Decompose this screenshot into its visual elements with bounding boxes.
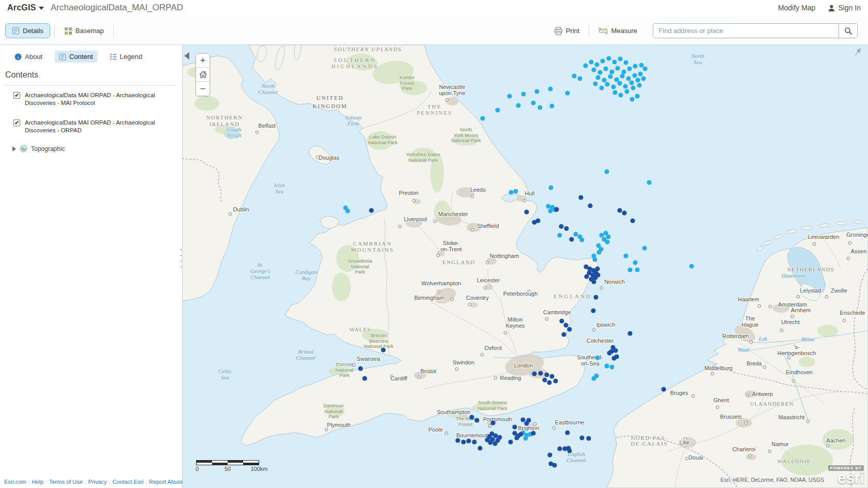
search-input[interactable] xyxy=(653,24,839,38)
orpad-point[interactable] xyxy=(559,318,564,323)
mai-point[interactable] xyxy=(615,66,620,70)
mai-point[interactable] xyxy=(345,208,350,213)
orpad-point[interactable] xyxy=(538,371,543,375)
mai-point[interactable] xyxy=(605,239,609,244)
mai-point[interactable] xyxy=(521,91,526,96)
layer-checkbox[interactable]: ✔ xyxy=(13,119,20,126)
open-arrow-icon[interactable] xyxy=(852,47,862,58)
zoom-in-button[interactable]: + xyxy=(196,54,209,68)
tab-about[interactable]: i About xyxy=(10,51,47,63)
mai-point[interactable] xyxy=(548,208,552,213)
mai-point[interactable] xyxy=(507,94,512,98)
mai-point[interactable] xyxy=(633,64,637,68)
orpad-point[interactable] xyxy=(524,209,529,214)
orpad-point[interactable] xyxy=(595,266,600,271)
orpad-point[interactable] xyxy=(474,418,479,422)
mai-point[interactable] xyxy=(612,59,617,64)
basemap-layer-row[interactable]: Topographic xyxy=(12,145,65,152)
mai-point[interactable] xyxy=(595,75,600,80)
mai-point[interactable] xyxy=(639,63,643,67)
mai-point[interactable] xyxy=(603,66,608,71)
orpad-point[interactable] xyxy=(584,274,589,279)
mai-point[interactable] xyxy=(606,56,611,60)
mai-point[interactable] xyxy=(602,78,606,82)
orpad-point[interactable] xyxy=(595,272,600,277)
orpad-point[interactable] xyxy=(552,463,557,467)
mai-point[interactable] xyxy=(600,58,605,63)
mai-point[interactable] xyxy=(635,78,640,82)
orpad-point[interactable] xyxy=(532,371,536,376)
mai-point[interactable] xyxy=(689,264,694,268)
mai-point[interactable] xyxy=(630,97,634,101)
footer-link[interactable]: Report Abuse xyxy=(149,479,184,485)
mai-point[interactable] xyxy=(495,108,500,112)
orpad-point[interactable] xyxy=(661,387,666,391)
mai-point[interactable] xyxy=(632,73,637,78)
orpad-point[interactable] xyxy=(567,448,572,453)
mai-point[interactable] xyxy=(627,66,632,71)
orpad-point[interactable] xyxy=(547,452,552,457)
mai-point[interactable] xyxy=(608,74,612,79)
mai-point[interactable] xyxy=(633,260,637,265)
orpad-point[interactable] xyxy=(531,431,535,435)
print-button[interactable]: Print xyxy=(549,23,585,38)
orpad-point[interactable] xyxy=(544,372,549,377)
orpad-point[interactable] xyxy=(586,436,591,440)
mai-point[interactable] xyxy=(623,84,627,88)
mai-point[interactable] xyxy=(604,363,609,368)
mai-point[interactable] xyxy=(627,267,632,272)
mai-point[interactable] xyxy=(513,189,518,193)
orpad-point[interactable] xyxy=(469,415,474,419)
mai-point[interactable] xyxy=(620,73,624,78)
mai-point[interactable] xyxy=(583,63,588,68)
mai-point[interactable] xyxy=(609,69,614,74)
mai-point[interactable] xyxy=(480,116,485,120)
mai-point[interactable] xyxy=(572,73,576,78)
expand-triangle-icon[interactable] xyxy=(12,146,16,151)
mai-point[interactable] xyxy=(596,250,601,254)
mai-point[interactable] xyxy=(624,89,629,94)
orpad-point[interactable] xyxy=(559,224,563,228)
mai-point[interactable] xyxy=(629,80,634,85)
mai-point[interactable] xyxy=(635,267,639,272)
orpad-point[interactable] xyxy=(569,237,574,241)
footer-link[interactable]: Terms of Use xyxy=(49,479,83,485)
mai-point[interactable] xyxy=(642,246,647,250)
mai-point[interactable] xyxy=(599,233,604,237)
mai-point[interactable] xyxy=(638,71,642,76)
modify-map-link[interactable]: Modify Map xyxy=(778,4,815,12)
mai-point[interactable] xyxy=(591,376,596,380)
orpad-point[interactable] xyxy=(554,207,559,211)
map-viewport[interactable]: KielderForestParkLake DistrictNational P… xyxy=(183,45,868,488)
basemap-button[interactable]: Basemap xyxy=(59,23,109,38)
orpad-point[interactable] xyxy=(524,421,529,425)
mai-point[interactable] xyxy=(579,237,584,242)
mai-point[interactable] xyxy=(604,169,609,174)
orpad-point[interactable] xyxy=(567,327,572,331)
orpad-point[interactable] xyxy=(381,347,385,352)
orpad-point[interactable] xyxy=(547,380,551,385)
orpad-point[interactable] xyxy=(613,348,618,353)
mai-point[interactable] xyxy=(537,105,542,110)
tab-content[interactable]: Content xyxy=(55,51,97,63)
orpad-point[interactable] xyxy=(561,332,566,337)
orpad-point[interactable] xyxy=(520,417,525,422)
orpad-point[interactable] xyxy=(593,295,598,299)
mai-point[interactable] xyxy=(595,355,600,360)
details-button[interactable]: Details xyxy=(5,23,50,38)
mai-point[interactable] xyxy=(642,66,647,71)
mai-point[interactable] xyxy=(631,85,635,90)
orpad-point[interactable] xyxy=(518,432,523,436)
mai-point[interactable] xyxy=(606,234,610,239)
mai-point[interactable] xyxy=(647,180,651,185)
mai-point[interactable] xyxy=(534,89,539,94)
orpad-point[interactable] xyxy=(489,431,494,436)
mai-point[interactable] xyxy=(593,81,597,86)
orpad-point[interactable] xyxy=(588,203,592,208)
mai-point[interactable] xyxy=(609,364,614,369)
mai-point[interactable] xyxy=(565,90,570,95)
orpad-point[interactable] xyxy=(607,350,611,355)
mai-point[interactable] xyxy=(599,85,604,90)
orpad-point[interactable] xyxy=(617,208,622,212)
panel-resize-handle[interactable] xyxy=(181,249,182,272)
